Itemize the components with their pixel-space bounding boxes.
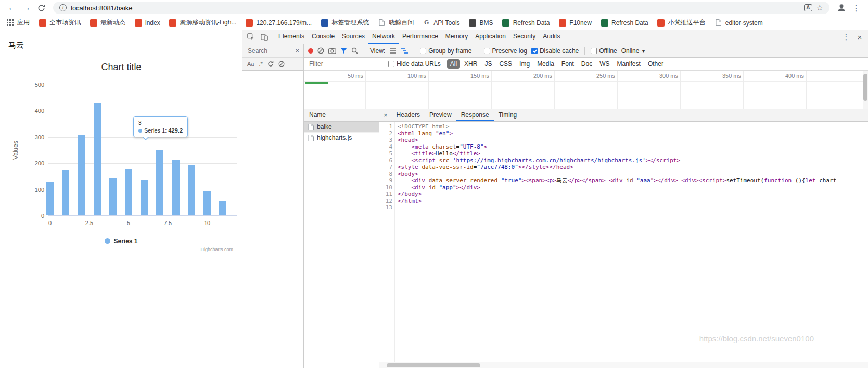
chart-bar[interactable] (125, 169, 132, 215)
chart-bar[interactable] (141, 180, 148, 215)
devtools-menu-button[interactable]: ⋮ (839, 30, 853, 44)
search-input[interactable] (248, 47, 285, 55)
chart-bar[interactable] (94, 103, 101, 215)
filter-type-media[interactable]: Media (534, 59, 557, 69)
device-toolbar-button[interactable] (258, 30, 271, 44)
omnibox[interactable]: i A ☆ (53, 2, 829, 14)
chart-legend[interactable]: Series 1 (4, 238, 238, 245)
detail-tab-response[interactable]: Response (456, 109, 494, 121)
chart-bar[interactable] (62, 170, 69, 215)
browser-menu-button[interactable]: ⋮ (849, 1, 863, 15)
view-list-button[interactable] (389, 48, 397, 54)
clear-button[interactable] (317, 47, 324, 54)
filter-type-font[interactable]: Font (558, 59, 577, 69)
bookmark-item[interactable]: index (134, 19, 160, 27)
bookmark-item[interactable]: 120.27.166.179/m... (245, 19, 312, 27)
detail-tab-timing[interactable]: Timing (494, 109, 522, 121)
inspect-element-button[interactable] (244, 30, 258, 44)
search-clear-icon[interactable] (278, 61, 285, 67)
reload-button[interactable] (34, 1, 48, 15)
view-overview-button[interactable] (401, 48, 408, 54)
filter-type-xhr[interactable]: XHR (461, 59, 480, 69)
chart-bar[interactable] (78, 135, 85, 215)
group-by-frame-checkbox[interactable]: Group by frame (420, 47, 471, 55)
back-button[interactable]: ← (5, 1, 19, 15)
scrollbar-thumb[interactable] (863, 74, 867, 101)
url-input[interactable] (71, 4, 800, 12)
detail-tab-headers[interactable]: Headers (392, 109, 425, 121)
offline-checkbox[interactable]: Offline (591, 47, 617, 55)
scrollbar-thumb[interactable] (387, 363, 480, 367)
request-list-header[interactable]: Name (304, 109, 379, 122)
bookmark-item[interactable]: 小梵推送平台 (657, 18, 706, 27)
devtools-tab-audits[interactable]: Audits (539, 30, 564, 44)
match-case-icon[interactable]: Aa (247, 61, 254, 67)
search-close-icon[interactable]: × (293, 47, 301, 55)
filter-input[interactable] (309, 60, 382, 68)
bookmark-item[interactable]: 标签管理系统 (321, 18, 369, 27)
throttling-select[interactable]: Online ▾ (621, 47, 645, 55)
preserve-log-checkbox[interactable]: Preserve log (484, 47, 527, 55)
filter-button[interactable] (340, 48, 347, 54)
chart-bar[interactable] (188, 165, 195, 215)
chart-bar[interactable] (219, 201, 226, 215)
request-row[interactable]: baike (304, 122, 379, 133)
bookmark-item[interactable]: editor-system (714, 19, 763, 27)
request-row[interactable]: highcharts.js (304, 133, 379, 143)
page-info-icon[interactable]: i (59, 4, 67, 11)
translate-icon[interactable]: A (804, 4, 812, 11)
bookmark-star-icon[interactable]: ☆ (816, 3, 823, 12)
bookmark-item[interactable]: F10new (558, 19, 592, 27)
devtools-tab-sources[interactable]: Sources (338, 30, 368, 44)
devtools-tab-performance[interactable]: Performance (399, 30, 442, 44)
bookmark-item[interactable]: Refresh Data (601, 19, 648, 27)
bookmark-item[interactable]: 晓鲸百问 (378, 18, 414, 27)
chart-bar[interactable] (109, 178, 117, 215)
filter-type-doc[interactable]: Doc (578, 59, 595, 69)
bookmark-item[interactable]: GAPI Tools (423, 19, 459, 27)
filter-type-all[interactable]: All (447, 59, 460, 69)
chart-bar[interactable] (46, 182, 54, 216)
filter-type-img[interactable]: Img (516, 59, 533, 69)
network-search-button[interactable] (351, 47, 358, 54)
chart-bar[interactable] (203, 191, 211, 215)
devtools-tab-elements[interactable]: Elements (275, 30, 308, 44)
avatar[interactable] (835, 1, 848, 15)
bookmark-item[interactable]: 最新动态 (90, 18, 125, 27)
red-favicon (134, 19, 142, 27)
devtools-tab-application[interactable]: Application (471, 30, 509, 44)
devtools-tab-memory[interactable]: Memory (442, 30, 471, 44)
record-button[interactable] (308, 48, 313, 54)
filter-type-ws[interactable]: WS (596, 59, 612, 69)
chart-bar[interactable] (172, 160, 180, 215)
highcharts-credits[interactable]: Highcharts.com (200, 247, 233, 252)
devtools-close-button[interactable]: × (853, 30, 866, 44)
bookmark-item[interactable]: 聚源移动资讯-Ligh... (169, 18, 237, 27)
response-viewer[interactable]: 12345678910111213 <!DOCTYPE html><html l… (379, 122, 868, 362)
devtools-tab-security[interactable]: Security (509, 30, 539, 44)
horizontal-scrollbar[interactable] (379, 362, 868, 368)
screenshot-button[interactable] (328, 47, 336, 54)
checkbox-label: Disable cache (540, 47, 579, 55)
bookmark-item[interactable]: BMS (469, 19, 493, 27)
filter-type-css[interactable]: CSS (496, 59, 515, 69)
bookmark-item[interactable]: 全市场资讯 (39, 18, 81, 27)
filter-type-js[interactable]: JS (481, 59, 495, 69)
devtools-tab-console[interactable]: Console (308, 30, 338, 44)
hide-data-urls-checkbox[interactable]: Hide data URLs (388, 60, 441, 68)
disable-cache-checkbox[interactable]: Disable cache (531, 47, 579, 55)
bookmark-item[interactable]: Refresh Data (502, 19, 550, 27)
detail-tab-preview[interactable]: Preview (425, 109, 456, 121)
filter-type-manifest[interactable]: Manifest (614, 59, 644, 69)
regex-icon[interactable]: .* (259, 61, 262, 67)
chart-bar[interactable] (156, 150, 163, 215)
search-refresh-icon[interactable] (267, 61, 274, 67)
devtools-tab-network[interactable]: Network (368, 30, 399, 44)
divider (584, 47, 585, 55)
filter-type-other[interactable]: Other (645, 59, 667, 69)
overview-scrollbar[interactable] (863, 71, 868, 109)
close-icon: × (858, 33, 862, 42)
bookmark-item[interactable]: 应用 (6, 18, 30, 27)
forward-button[interactable]: → (20, 1, 33, 15)
detail-close-icon[interactable]: × (379, 111, 392, 119)
